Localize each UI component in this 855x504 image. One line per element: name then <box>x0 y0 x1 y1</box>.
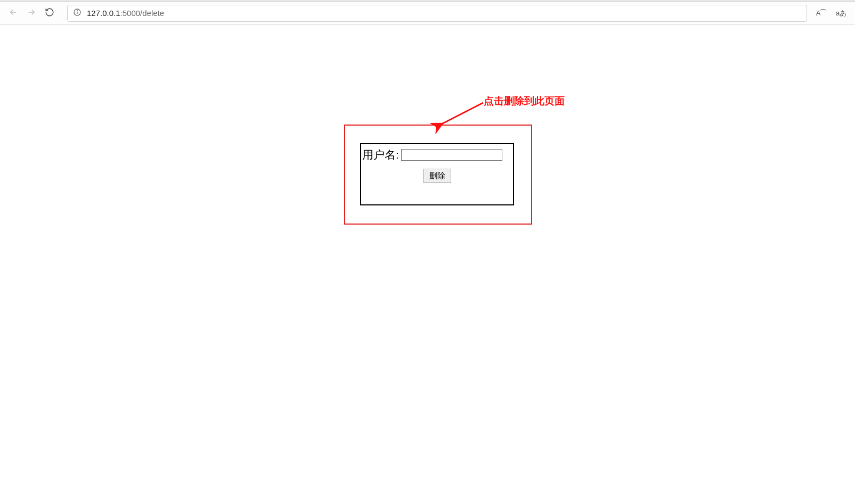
page-content: 用户名: 删除 点击删除到此页面 <box>0 25 855 504</box>
read-aloud-button[interactable]: A⁀ <box>811 4 830 22</box>
button-row: 删除 <box>361 162 513 183</box>
delete-form-panel: 用户名: 删除 <box>360 143 514 205</box>
annotation-arrow <box>435 98 488 130</box>
url-host: 127.0.0.1 <box>87 9 120 18</box>
back-button[interactable] <box>4 4 22 22</box>
svg-point-2 <box>77 11 78 11</box>
site-info-button[interactable] <box>73 8 82 18</box>
svg-line-3 <box>442 103 483 124</box>
username-row: 用户名: <box>361 144 513 162</box>
info-icon <box>73 8 82 18</box>
url-port-path: :5000/delete <box>120 9 165 18</box>
refresh-icon <box>45 7 54 19</box>
username-input[interactable] <box>401 149 502 161</box>
annotation-label: 点击删除到此页面 <box>484 94 565 108</box>
translate-icon: aあ <box>836 9 846 18</box>
delete-button[interactable]: 删除 <box>424 169 451 183</box>
address-bar[interactable]: 127.0.0.1:5000/delete <box>67 5 807 22</box>
browser-toolbar: 127.0.0.1:5000/delete A⁀ aあ <box>0 2 855 25</box>
url-text: 127.0.0.1:5000/delete <box>87 9 164 18</box>
forward-button[interactable] <box>22 4 40 22</box>
refresh-button[interactable] <box>40 4 59 22</box>
read-aloud-icon: A⁀ <box>816 9 826 17</box>
translate-button[interactable]: aあ <box>832 4 851 22</box>
username-label: 用户名: <box>362 147 399 162</box>
toolbar-right-icons: A⁀ aあ <box>811 4 851 22</box>
arrow-right-icon <box>27 7 36 19</box>
arrow-left-icon <box>9 7 18 19</box>
